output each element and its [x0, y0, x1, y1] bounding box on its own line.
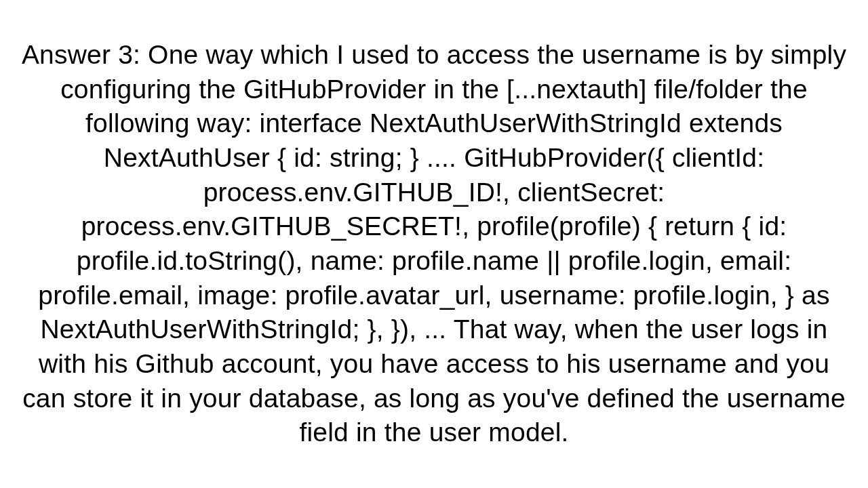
- answer-text: Answer 3: One way which I used to access…: [14, 38, 854, 450]
